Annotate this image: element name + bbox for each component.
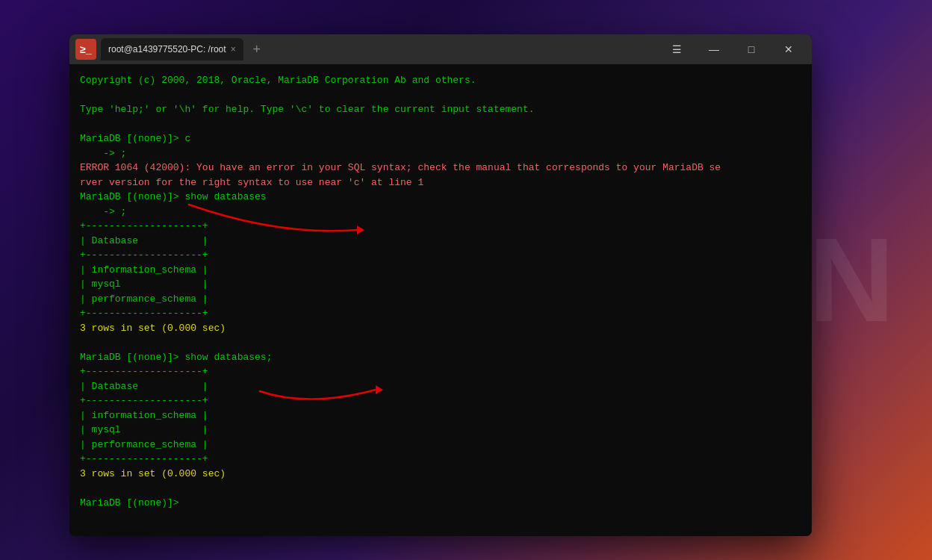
- output-line-27: 3 rows in set (0.000 sec): [80, 467, 801, 482]
- output-line-19: MariaDB [(none)]> show databases;: [80, 350, 801, 365]
- output-line-16: +--------------------+: [80, 306, 801, 321]
- close-button[interactable]: ✕: [771, 37, 806, 61]
- output-line-22: +--------------------+: [80, 393, 801, 408]
- terminal-content: Copyright (c) 2000, 2018, Oracle, MariaD…: [69, 64, 812, 536]
- output-line-1: Copyright (c) 2000, 2018, Oracle, MariaD…: [80, 73, 801, 88]
- output-line-25: | performance_schema |: [80, 438, 801, 452]
- output-line-26: +--------------------+: [80, 452, 801, 467]
- output-line-8: MariaDB [(none)]> show databases: [80, 190, 801, 205]
- output-line-5: MariaDB [(none)]> c: [80, 131, 801, 146]
- output-line-29: MariaDB [(none)]>: [80, 496, 801, 511]
- active-tab[interactable]: root@a1439775520-PC: /root ×: [101, 38, 243, 60]
- output-line-24: | mysql |: [80, 423, 801, 438]
- tab-close-button[interactable]: ×: [231, 45, 236, 54]
- output-line-20: +--------------------+: [80, 364, 801, 379]
- output-line-11: | Database |: [80, 234, 801, 249]
- terminal-window: ≥_ root@a1439775520-PC: /root × + ☰ — □ …: [69, 34, 812, 536]
- output-line-15: | performance_schema |: [80, 292, 801, 307]
- output-line-23: | information_schema |: [80, 408, 801, 423]
- title-bar: ≥_ root@a1439775520-PC: /root × + ☰ — □ …: [69, 34, 812, 64]
- output-line-3: Type 'help;' or '\h' for help. Type '\c'…: [80, 102, 801, 117]
- output-line-10: +--------------------+: [80, 219, 801, 234]
- output-line-17: 3 rows in set (0.000 sec): [80, 321, 801, 336]
- maximize-button[interactable]: □: [734, 37, 768, 61]
- terminal-icon: ≥_: [75, 39, 96, 60]
- add-tab-button[interactable]: +: [246, 39, 267, 60]
- window-controls: ☰ — □ ✕: [659, 37, 806, 61]
- output-line-9: -> ;: [80, 205, 801, 220]
- output-line-13: | information_schema |: [80, 263, 801, 278]
- error-line-7b: rver version for the right syntax to use…: [80, 175, 801, 190]
- output-line-6: -> ;: [80, 146, 801, 161]
- tab-label: root@a1439775520-PC: /root: [108, 44, 226, 55]
- output-line-14: | mysql |: [80, 277, 801, 292]
- menu-button[interactable]: ☰: [659, 37, 694, 61]
- output-line-21: | Database |: [80, 379, 801, 394]
- minimize-button[interactable]: —: [697, 37, 731, 61]
- error-line-7: ERROR 1064 (42000): You have an error in…: [80, 161, 801, 175]
- output-line-12: +--------------------+: [80, 248, 801, 263]
